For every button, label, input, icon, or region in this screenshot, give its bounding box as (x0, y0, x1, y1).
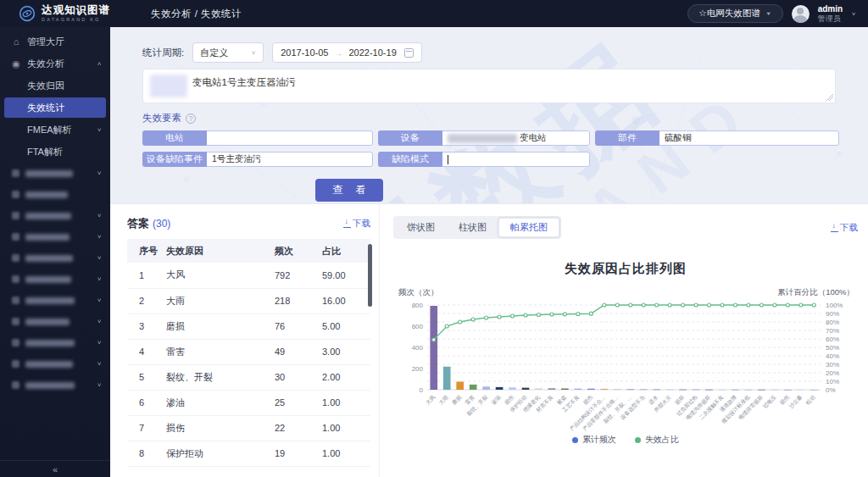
chart-title: 失效原因占比排列图 (393, 261, 858, 277)
x-tick-label: 磨损 (451, 393, 464, 406)
blurred-icon (12, 233, 19, 241)
table-row[interactable]: 3磨损765.00 (127, 313, 370, 339)
sidebar-item-fmea[interactable]: FMEA解析 ∨ (0, 119, 110, 141)
sidebar-item-label: 失效统计 (27, 102, 64, 114)
sidebar-item-blurred[interactable]: ∨ (0, 311, 110, 332)
cumulative-line-marker (511, 314, 515, 318)
answers-download-link[interactable]: 下载 (343, 218, 370, 230)
pareto-bar (456, 382, 464, 391)
chevron-down-icon: ∨ (97, 127, 102, 133)
table-scrollbar[interactable] (368, 244, 372, 307)
blurred-icon (12, 381, 19, 389)
cumulative-line-marker (445, 324, 448, 328)
textarea-resize-handle[interactable] (826, 94, 833, 101)
chevron-down-icon[interactable]: ∨ (851, 11, 856, 16)
tab-pareto-chart[interactable]: 帕累托图 (498, 218, 559, 237)
cumulative-line (434, 305, 815, 340)
cumulative-line-marker (524, 313, 527, 317)
user-info[interactable]: admin 管理员 (818, 4, 843, 23)
sidebar-collapse-button[interactable]: « (0, 460, 110, 477)
main-content: 达观数据 DATA GRAND 统计周期: 自定义 ∨ 2017-10-05 →… (110, 27, 868, 477)
cumulative-line-marker (812, 303, 815, 307)
sidebar-item-failure-analysis[interactable]: ◉ 失效分析 ∧ (0, 53, 110, 75)
blurred-icon (12, 212, 19, 219)
sidebar-item-failure-attribution[interactable]: 失效归因 (0, 75, 110, 97)
table-cell: 渗油 (163, 390, 271, 415)
field-defect-mode-input[interactable] (442, 152, 590, 167)
chart-download-link[interactable]: 下载 (831, 222, 858, 234)
sidebar-item-label: 失效归因 (27, 80, 64, 92)
table-row[interactable]: 2大雨21816.00 (127, 288, 370, 313)
x-tick-label: 过电压 (761, 393, 778, 410)
field-station-label: 电站 (142, 130, 207, 146)
sidebar-item-blurred[interactable]: ∨ (0, 163, 110, 184)
sidebar-item-blurred[interactable]: ∨ (0, 269, 110, 290)
cumulative-line-marker (733, 303, 737, 307)
table-row[interactable]: 7损伤221.00 (127, 415, 370, 441)
sidebar-item-management-hall[interactable]: ⌂ 管理大厅 (0, 31, 110, 53)
chevron-down-icon: ∨ (97, 340, 102, 346)
table-cell: 22 (271, 415, 319, 441)
table-row[interactable]: 4雷害493.00 (127, 339, 370, 364)
sidebar-item-blurred[interactable]: ∨ (0, 332, 110, 353)
table-cell: 5 (127, 364, 163, 390)
avatar[interactable] (792, 5, 810, 23)
table-row[interactable]: 8保护拒动191.00 (127, 441, 370, 466)
sidebar-item-blurred[interactable] (0, 184, 110, 205)
field-station-input[interactable] (207, 130, 373, 146)
pareto-bar (548, 388, 556, 390)
sidebar-item-blurred[interactable]: ∨ (0, 226, 110, 247)
field-defect-event[interactable]: 设备缺陷事件 1号主变油污 (142, 152, 373, 167)
table-row[interactable]: 1大风79259.00 (127, 263, 370, 288)
query-textarea[interactable]: 变电站1号主变压器油污 (142, 69, 836, 103)
field-station[interactable]: 电站 (142, 130, 373, 146)
sidebar-item-blurred[interactable]: ∨ (0, 290, 110, 311)
field-value: 1号主变油污 (212, 153, 261, 165)
field-component-input[interactable]: 硫酸铜 (659, 130, 839, 146)
sidebar-item-label: 失效分析 (27, 58, 64, 70)
table-cell: 16.00 (319, 288, 370, 313)
calendar-icon (404, 48, 414, 58)
sidebar-item-blurred[interactable]: ∨ (0, 205, 110, 226)
tab-pie-chart[interactable]: 饼状图 (395, 218, 447, 237)
y-right-tick-label: 80% (826, 319, 839, 326)
legend-dot (635, 437, 641, 443)
field-device-input[interactable]: 变电站 (442, 130, 590, 146)
legend-item[interactable]: 失效占比 (635, 434, 679, 446)
top-bar: 达观知识图谱 DATAGRAND KG 失效分析 / 失效统计 ☆电网失效图谱 … (0, 0, 868, 27)
sidebar-item-blurred[interactable]: ∨ (0, 353, 110, 374)
table-row[interactable]: 5裂纹、开裂302.00 (127, 364, 370, 390)
table-cell: 3 (127, 313, 163, 339)
topbar-right: ☆电网失效图谱 ▼ admin 管理员 ∨ (687, 4, 868, 23)
legend-item[interactable]: 累计频次 (572, 434, 616, 446)
help-icon[interactable]: ? (186, 114, 196, 124)
graph-selector-dropdown[interactable]: ☆电网失效图谱 ▼ (687, 4, 782, 23)
field-defect-mode[interactable]: 缺陷模式 (378, 152, 590, 167)
field-component[interactable]: 部件 硫酸铜 (595, 130, 839, 146)
sidebar-item-failure-statistics[interactable]: 失效统计 (4, 97, 106, 118)
pareto-bar (561, 389, 569, 391)
pareto-bar (443, 367, 451, 390)
app-logo[interactable]: 达观知识图谱 DATAGRAND KG (0, 5, 151, 22)
x-tick-label: 渗油 (490, 394, 503, 407)
pareto-bar (771, 390, 779, 391)
sidebar-item-blurred[interactable]: ∨ (0, 247, 110, 269)
user-name: admin (818, 4, 843, 14)
cumulative-line-marker (471, 318, 475, 321)
cumulative-line-marker (550, 313, 554, 316)
legend-dot (572, 437, 578, 443)
collapse-icon: « (53, 464, 58, 474)
cumulative-line-marker (799, 303, 803, 307)
pareto-bar (614, 389, 621, 390)
sidebar-item-fta[interactable]: FTA解析 (0, 141, 110, 163)
period-select[interactable]: 自定义 ∨ (192, 42, 264, 63)
date-range-picker[interactable]: 2017-10-05 → 2022-10-19 (272, 42, 422, 63)
y-left-axis-label: 频次（次） (398, 287, 439, 298)
sidebar-item-blurred[interactable]: ∨ (0, 374, 110, 396)
table-row[interactable]: 6渗油251.00 (127, 390, 370, 415)
field-device[interactable]: 设备 变电站 (378, 130, 590, 146)
field-defect-event-input[interactable]: 1号主变油污 (207, 152, 373, 167)
table-cell: 2.00 (319, 364, 370, 390)
tab-bar-chart[interactable]: 柱状图 (447, 218, 498, 237)
search-button[interactable]: 查 看 (315, 179, 383, 202)
